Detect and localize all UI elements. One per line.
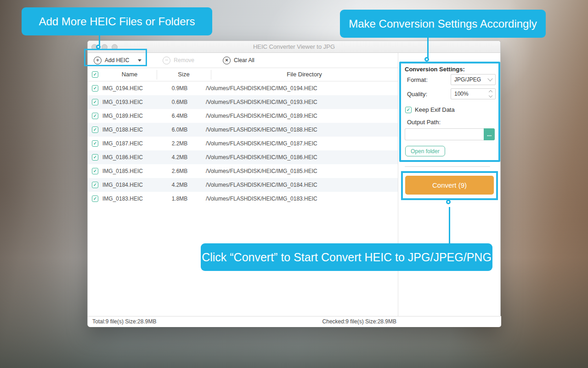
file-size: 4.2MB — [157, 182, 203, 188]
row-checkbox[interactable] — [92, 99, 98, 105]
file-name: IMG_0187.HEIC — [102, 140, 157, 147]
format-select[interactable]: JPG/JPEG — [451, 74, 496, 85]
table-row[interactable]: IMG_0194.HEIC 0.9MB /Volumes/FLASHDISK/H… — [88, 81, 398, 95]
row-checkbox[interactable] — [92, 126, 98, 133]
keep-exif-checkbox[interactable] — [405, 107, 412, 113]
column-header-name[interactable]: Name — [102, 68, 157, 81]
row-checkbox[interactable] — [92, 113, 98, 119]
status-checked: Checked:9 file(s) Size:28.9MB — [322, 316, 396, 327]
file-name: IMG_0186.HEIC — [102, 154, 157, 161]
connector-line — [427, 38, 429, 58]
file-size: 2.6MB — [157, 168, 203, 174]
file-name: IMG_0189.HEIC — [102, 113, 157, 119]
file-name: IMG_0185.HEIC — [102, 168, 157, 174]
table-row[interactable]: IMG_0188.HEIC 6.0MB /Volumes/FLASHDISK/H… — [88, 123, 398, 137]
column-header-directory[interactable]: File Directory — [211, 68, 398, 81]
connector-line — [449, 207, 450, 243]
open-folder-button[interactable]: Open folder — [405, 146, 445, 156]
file-name: IMG_0193.HEIC — [102, 99, 157, 105]
column-divider — [211, 70, 211, 80]
format-value: JPG/JPEG — [454, 76, 488, 83]
chevron-down-icon — [489, 94, 492, 98]
app-window: HEIC Converter Viewer to JPG Add HEIC Re… — [87, 40, 501, 327]
panel-divider — [398, 53, 398, 316]
column-header-size[interactable]: Size — [157, 68, 211, 81]
table-row[interactable]: IMG_0183.HEIC 1.8MB /Volumes/FLASHDISK/H… — [88, 192, 398, 206]
row-checkbox[interactable] — [92, 168, 98, 174]
file-size: 1.8MB — [157, 196, 203, 202]
settings-heading: Conversion Settings: — [405, 66, 465, 73]
file-path: /Volumes/FLASHDISK/HEIC/IMG_0185.HEIC — [203, 168, 398, 174]
file-size: 2.2MB — [157, 140, 203, 147]
file-path: /Volumes/FLASHDISK/HEIC/IMG_0193.HEIC — [203, 99, 398, 105]
file-size: 0.6MB — [157, 99, 203, 105]
format-label: Format: — [407, 76, 428, 83]
file-size: 6.4MB — [157, 113, 203, 119]
file-size: 6.0MB — [157, 126, 203, 133]
clear-all-label: Clear All — [234, 57, 254, 63]
table-row[interactable]: IMG_0184.HEIC 4.2MB /Volumes/FLASHDISK/H… — [88, 178, 398, 192]
clear-x-icon — [223, 57, 231, 64]
table-row[interactable]: IMG_0193.HEIC 0.6MB /Volumes/FLASHDISK/H… — [88, 95, 398, 109]
file-path: /Volumes/FLASHDISK/HEIC/IMG_0187.HEIC — [203, 140, 398, 147]
quality-label: Quality: — [407, 91, 427, 98]
connector-circle — [424, 57, 429, 62]
file-name: IMG_0194.HEIC — [102, 85, 157, 92]
browse-button[interactable]: ... — [484, 128, 495, 140]
table-header: Name Size File Directory — [88, 68, 398, 81]
select-all-checkbox[interactable] — [92, 71, 98, 78]
file-path: /Volumes/FLASHDISK/HEIC/IMG_0184.HEIC — [203, 182, 398, 188]
callout-add-files: Add More HEIC Files or Folders — [22, 7, 212, 35]
file-path: /Volumes/FLASHDISK/HEIC/IMG_0188.HEIC — [203, 126, 398, 133]
table-row[interactable]: IMG_0186.HEIC 4.2MB /Volumes/FLASHDISK/H… — [88, 150, 398, 164]
connector-line — [99, 35, 100, 45]
output-path-row: ... — [405, 128, 495, 140]
file-path: /Volumes/FLASHDISK/HEIC/IMG_0183.HEIC — [203, 196, 398, 202]
row-checkbox[interactable] — [92, 196, 98, 202]
table-row[interactable]: IMG_0187.HEIC 2.2MB /Volumes/FLASHDISK/H… — [88, 137, 398, 150]
stepper-icon[interactable] — [489, 91, 492, 97]
status-total: Total:9 file(s) Size:28.9MB — [92, 316, 156, 327]
convert-button[interactable]: Convert (9) — [405, 176, 494, 195]
output-path-input[interactable] — [405, 128, 484, 140]
file-name: IMG_0183.HEIC — [102, 196, 157, 202]
title-bar[interactable]: HEIC Converter Viewer to JPG — [88, 41, 500, 53]
remove-minus-icon — [163, 57, 170, 64]
table-row[interactable]: IMG_0189.HEIC 6.4MB /Volumes/FLASHDISK/H… — [88, 109, 398, 123]
quality-stepper[interactable]: 100% — [451, 88, 496, 99]
row-checkbox[interactable] — [92, 182, 98, 188]
status-bar: Total:9 file(s) Size:28.9MB Checked:9 fi… — [88, 316, 501, 327]
file-path: /Volumes/FLASHDISK/HEIC/IMG_0194.HEIC — [203, 85, 398, 92]
keep-exif-row: Keep Exif Data — [405, 106, 455, 113]
row-checkbox[interactable] — [92, 85, 98, 92]
callout-convert: Click “Convert” to Start Convert HEIC to… — [201, 243, 492, 271]
window-title: HEIC Converter Viewer to JPG — [88, 41, 500, 52]
connector-circle — [96, 45, 101, 49]
add-heic-highlight-box — [84, 49, 147, 66]
file-path: /Volumes/FLASHDISK/HEIC/IMG_0186.HEIC — [203, 154, 398, 161]
quality-value: 100% — [454, 91, 489, 97]
keep-exif-label: Keep Exif Data — [415, 106, 455, 113]
table-row[interactable]: IMG_0185.HEIC 2.6MB /Volumes/FLASHDISK/H… — [88, 164, 398, 178]
column-divider — [157, 70, 157, 80]
connector-circle — [446, 200, 451, 204]
file-path: /Volumes/FLASHDISK/HEIC/IMG_0189.HEIC — [203, 113, 398, 119]
convert-highlight-box: Convert (9) — [401, 171, 498, 200]
row-checkbox[interactable] — [92, 154, 98, 161]
file-size: 0.9MB — [157, 85, 203, 92]
output-path-label: Output Path: — [407, 119, 441, 126]
callout-conversion-settings: Make Conversion Settings Accordingly — [340, 10, 546, 38]
clear-all-button[interactable]: Clear All — [223, 57, 254, 64]
conversion-settings-panel: Conversion Settings: Format: JPG/JPEG Qu… — [399, 62, 500, 162]
file-size: 4.2MB — [157, 154, 203, 161]
progress-bar — [405, 166, 490, 167]
remove-button[interactable]: Remove — [163, 57, 194, 64]
file-name: IMG_0184.HEIC — [102, 182, 157, 188]
file-name: IMG_0188.HEIC — [102, 126, 157, 133]
chevron-down-icon — [487, 76, 492, 81]
row-checkbox[interactable] — [92, 140, 98, 147]
remove-label: Remove — [174, 57, 194, 63]
file-list: IMG_0194.HEIC 0.9MB /Volumes/FLASHDISK/H… — [88, 81, 398, 206]
